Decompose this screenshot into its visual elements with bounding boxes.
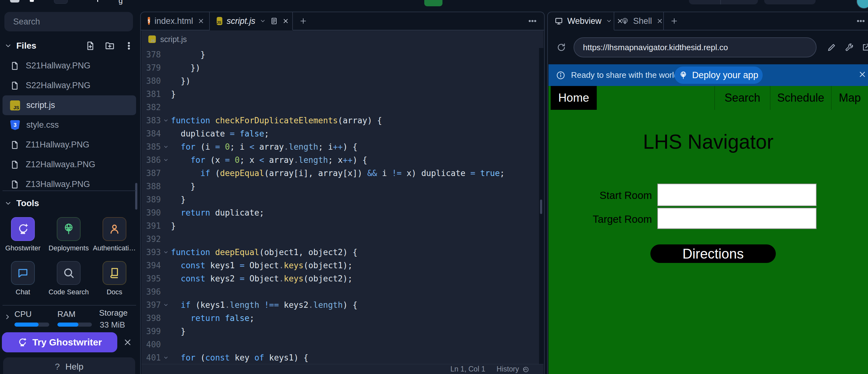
chevron-down-icon[interactable]	[260, 18, 266, 24]
tool-ghostwriter[interactable]: Ghostwriter	[0, 217, 46, 252]
history-button[interactable]: History	[496, 365, 530, 373]
cursor-position[interactable]: Ln 1, Col 1	[450, 365, 485, 373]
sidebar-scrollbar[interactable]	[135, 183, 137, 209]
app-nav-home[interactable]: Home	[551, 86, 597, 110]
tool-deployments[interactable]: Deployments	[46, 217, 92, 252]
app-nav-map[interactable]: Map	[831, 86, 868, 110]
code-line-397[interactable]: 397 if (keys1.length !== keys2.length) {	[142, 298, 544, 312]
tab-index-html[interactable]: 5 index.html	[141, 12, 210, 30]
fold-chevron-icon[interactable]	[161, 355, 171, 361]
code-line-388[interactable]: 388 }	[142, 180, 544, 193]
new-tab-button[interactable]	[664, 12, 685, 30]
file-item-z12hallwaya-png[interactable]: Z12Hallwaya.PNG	[2, 155, 136, 174]
target-room-input[interactable]	[657, 208, 816, 229]
pencil-icon[interactable]	[827, 43, 836, 52]
tab-webview[interactable]: Webview	[548, 12, 614, 30]
avatar[interactable]	[857, 0, 868, 9]
code-line-400[interactable]: 400	[142, 338, 544, 351]
tab-script-js[interactable]: JS script.js	[210, 12, 293, 30]
close-icon[interactable]	[123, 338, 132, 347]
close-icon[interactable]	[282, 18, 289, 25]
js-icon: JS	[10, 100, 20, 110]
refresh-icon[interactable]	[557, 43, 566, 52]
fold-chevron-icon[interactable]	[161, 157, 171, 163]
new-tab-button[interactable]	[293, 12, 314, 30]
tool-docs[interactable]: Docs	[92, 261, 137, 296]
try-ghostwriter-button[interactable]: Try Ghostwriter	[2, 332, 117, 352]
files-menu-icon[interactable]	[124, 41, 133, 51]
app-nav-search[interactable]: Search	[714, 86, 770, 110]
directions-button[interactable]: Directions	[650, 244, 776, 263]
code-line-398[interactable]: 398 return false;	[142, 312, 544, 325]
code-line-381[interactable]: 381}	[142, 88, 544, 101]
breadcrumb[interactable]: JS script.js	[142, 30, 544, 48]
app-nav: SearchScheduleMap	[714, 86, 868, 110]
close-icon[interactable]	[656, 18, 663, 25]
code-line-385[interactable]: 385 for (i = 0; i < array.length; i++) {	[142, 140, 544, 153]
chevron-down-icon[interactable]	[4, 42, 12, 50]
chevron-right-icon[interactable]	[4, 313, 11, 321]
code-line-378[interactable]: 378 }	[142, 48, 544, 61]
devtools-wrench-icon[interactable]	[844, 43, 854, 52]
help-panel[interactable]: ? Help	[3, 357, 135, 374]
start-room-input[interactable]	[657, 183, 816, 206]
chevron-down-icon[interactable]	[606, 18, 612, 24]
code-line-387[interactable]: 387 if (deepEqual(array[i], array[x]) &&…	[142, 167, 544, 180]
fold-chevron-icon[interactable]	[161, 118, 171, 123]
file-outline-icon[interactable]	[270, 17, 278, 25]
file-item-z11hallway-png[interactable]: Z11Hallway.PNG	[2, 135, 136, 155]
invite-button[interactable]	[764, 0, 816, 4]
deploy-app-button[interactable]: Deploy your app	[675, 66, 763, 84]
code-line-383[interactable]: 383function checkForDuplicateElements(ar…	[142, 114, 544, 127]
code-line-392[interactable]: 392	[142, 232, 544, 246]
tool-code-search[interactable]: Code Search	[46, 261, 92, 296]
tab-shell[interactable]: Shell	[614, 12, 664, 30]
url-input[interactable]	[582, 42, 808, 53]
code-line-396[interactable]: 396	[142, 285, 544, 298]
tool-chat[interactable]: Chat	[0, 261, 46, 296]
editor-scrollbar[interactable]	[540, 200, 542, 214]
app-nav-schedule[interactable]: Schedule	[770, 86, 831, 110]
new-file-icon[interactable]	[85, 41, 95, 51]
code-line-384[interactable]: 384 duplicate = false;	[142, 127, 544, 140]
code-line-389[interactable]: 389 }	[142, 193, 544, 206]
header-button-group[interactable]	[689, 0, 758, 4]
code-line-395[interactable]: 395 const keys2 = Object.keys(object2);	[142, 272, 544, 285]
chevron-down-icon[interactable]	[4, 200, 12, 207]
code-line-380[interactable]: 380 })	[142, 74, 544, 88]
new-folder-icon[interactable]	[105, 41, 115, 51]
search-input[interactable]	[12, 17, 125, 27]
run-button[interactable]	[424, 0, 442, 6]
fold-chevron-icon[interactable]	[161, 302, 171, 308]
file-item-s21hallway-png[interactable]: S21Hallway.PNG	[2, 56, 136, 76]
search-box[interactable]	[4, 12, 133, 31]
code-line-379[interactable]: 379 })	[142, 61, 544, 74]
code-line-382[interactable]: 382	[142, 101, 544, 114]
file-item-script-js[interactable]: JSscript.js	[2, 95, 136, 115]
file-item-style-css[interactable]: 3style.css	[2, 115, 136, 135]
tool-auth[interactable]: Authentication	[92, 217, 137, 252]
code-line-390[interactable]: 390 return duplicate;	[142, 206, 544, 219]
code-line-401[interactable]: 401 for (const key of keys1) {	[142, 351, 544, 364]
code-line-386[interactable]: 386 for (x = 0; x < array.length; x++) {	[142, 153, 544, 167]
more-options-icon[interactable]	[528, 16, 537, 26]
code-line-391[interactable]: 391}	[142, 219, 544, 232]
start-room-label: Start Room	[561, 190, 652, 201]
more-options-icon[interactable]	[856, 16, 866, 26]
code-line-399[interactable]: 399 }	[142, 325, 544, 338]
url-bar[interactable]	[574, 37, 816, 57]
code-line-394[interactable]: 394 const keys1 = Object.keys(object1);	[142, 259, 544, 272]
close-icon[interactable]	[858, 70, 867, 79]
fold-chevron-icon[interactable]	[161, 250, 171, 255]
code-text: }	[171, 195, 186, 204]
close-icon[interactable]	[197, 18, 205, 25]
code-line-393[interactable]: 393function deepEqual(object1, object2) …	[142, 246, 544, 259]
file-item-s22hallway-png[interactable]: S22Hallway.PNG	[2, 76, 136, 95]
tool-label: Deployments	[46, 244, 92, 252]
open-external-icon[interactable]	[861, 43, 868, 52]
fold-chevron-icon[interactable]	[161, 144, 171, 150]
code-editor[interactable]: 378 }379 })380 })381}382383function chec…	[142, 48, 544, 365]
file-item-z13hallway-png[interactable]: Z13Hallway.PNG	[2, 174, 136, 191]
line-number: 394	[142, 261, 161, 270]
editor-statusbar: Ln 1, Col 1 History	[142, 364, 544, 374]
